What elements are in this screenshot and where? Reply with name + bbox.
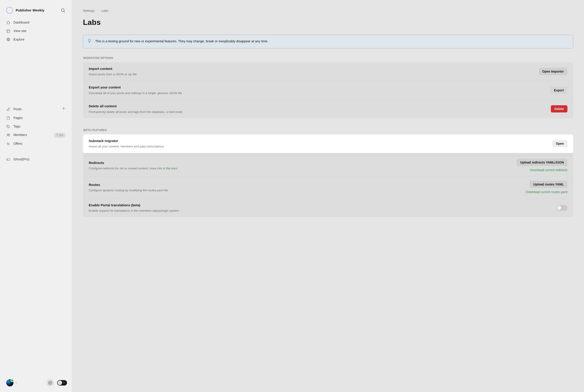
redirects-docs-link[interactable]: the docs: [166, 167, 178, 170]
brand-name: Publisher Weekly: [16, 8, 44, 13]
lightbulb-icon: [87, 38, 92, 44]
members-count-badge: 7,161: [54, 132, 66, 138]
home-icon: [6, 20, 10, 25]
brand[interactable]: Publisher Weekly: [6, 7, 44, 14]
svg-rect-2: [7, 30, 10, 33]
users-icon: [6, 133, 10, 137]
row-import-content: Import content Import posts from a JSON …: [83, 62, 573, 81]
nav-explore[interactable]: Explore: [3, 36, 69, 44]
section-label-beta: BETA FEATURES: [83, 128, 573, 132]
nav-offers[interactable]: Offers: [3, 140, 69, 148]
delete-title: Delete all content: [89, 104, 182, 109]
svg-point-15: [8, 159, 8, 160]
nav-tags-label: Tags: [14, 124, 66, 129]
search-button[interactable]: [59, 7, 67, 14]
redirects-sub: Configure redirects for old or moved con…: [89, 166, 178, 171]
nav-members-label: Members: [14, 132, 51, 138]
svg-point-13: [9, 144, 10, 145]
svg-line-25: [65, 382, 65, 382]
download-redirects-link[interactable]: Download current redirects: [530, 168, 567, 172]
svg-line-21: [65, 383, 65, 383]
nav-extra: Ghost(Pro): [0, 154, 72, 165]
edit-icon: [6, 107, 10, 111]
avatar: [6, 379, 14, 386]
row-delete-content: Delete all content Permanently delete al…: [83, 100, 573, 118]
row-substack-migrator: Substack migrator Import all your conten…: [83, 134, 573, 153]
nav-members[interactable]: Members 7,161: [3, 131, 69, 140]
breadcrumb-current: Labs: [101, 8, 108, 14]
nav-pages-label: Pages: [14, 116, 66, 120]
gear-icon: [48, 381, 52, 385]
svg-point-10: [9, 134, 10, 135]
settings-button[interactable]: [46, 379, 54, 386]
svg-point-0: [62, 9, 64, 12]
migration-list: Import content Import posts from a JSON …: [83, 62, 573, 118]
upload-redirects-button[interactable]: Upload redirects YAML/JSON: [516, 159, 567, 166]
open-substack-button[interactable]: Open: [552, 140, 567, 147]
svg-line-20: [63, 382, 63, 382]
portal-title: Enable Portal translations (beta): [89, 203, 179, 208]
nav-dashboard[interactable]: Dashboard: [3, 18, 69, 27]
chevron-down-icon: [15, 382, 18, 384]
nav-posts-label: Posts: [14, 107, 59, 112]
upload-routes-button[interactable]: Upload routes YAML: [530, 181, 567, 188]
page-icon: [6, 116, 10, 120]
nav-offers-label: Offers: [14, 141, 66, 146]
portal-sub: Enable support for translations in the m…: [89, 208, 179, 213]
substack-title: Substack migrator: [89, 138, 164, 144]
row-export-content: Export your content Download all of your…: [83, 81, 573, 100]
row-portal-translations: Enable Portal translations (beta) Enable…: [83, 199, 573, 217]
logo-icon: [6, 7, 13, 14]
portal-toggle[interactable]: [556, 205, 567, 211]
theme-toggle[interactable]: [57, 380, 67, 386]
routes-sub: Configure dynamic routing by modifying t…: [89, 188, 168, 193]
nav-primary: Dashboard View site Explore: [0, 17, 72, 45]
export-title: Export your content: [89, 85, 182, 90]
layout-icon: [6, 29, 10, 33]
svg-point-16: [50, 382, 51, 384]
delete-button[interactable]: Delete: [551, 105, 567, 112]
section-beta: BETA FEATURES Substack migrator Import a…: [83, 128, 573, 217]
search-icon: [61, 8, 66, 13]
svg-line-24: [63, 383, 63, 383]
nav-tags[interactable]: Tags: [3, 122, 69, 131]
nav-posts[interactable]: Posts: [3, 104, 69, 114]
breadcrumb: Settings Labs: [83, 8, 573, 14]
nav-content: Posts Pages Tags Members 7,161 Offers: [0, 103, 72, 150]
section-migration: MIGRATION OPTIONS Import content Import …: [83, 56, 573, 118]
export-button[interactable]: Export: [550, 87, 567, 94]
chevron-right-icon: [97, 9, 99, 13]
substack-sub: Import all your content, members and pai…: [89, 144, 164, 149]
new-post-button[interactable]: [62, 106, 66, 112]
breadcrumb-root[interactable]: Settings: [83, 8, 95, 14]
moon-icon: [59, 382, 61, 384]
redirects-sub-prefix: Configure redirects for old or moved con…: [89, 167, 166, 170]
card-icon: [6, 158, 10, 162]
chevron-right-icon: [1, 107, 3, 112]
download-routes-link[interactable]: Download current routes.yaml: [526, 190, 567, 194]
svg-point-12: [7, 143, 8, 143]
tag-icon: [6, 124, 10, 128]
sidebar-header: Publisher Weekly: [0, 0, 72, 17]
nav-explore-label: Explore: [14, 37, 66, 42]
row-redirects: Redirects Configure redirects for old or…: [83, 155, 573, 177]
import-title: Import content: [89, 66, 137, 72]
routes-title: Routes: [89, 182, 168, 188]
nav-view-site-label: View site: [14, 29, 66, 34]
globe-icon: [6, 38, 10, 42]
info-banner: This is a testing ground for new or expe…: [83, 35, 573, 48]
nav-dashboard-label: Dashboard: [14, 20, 66, 25]
percent-icon: [6, 142, 10, 146]
nav-view-site[interactable]: View site: [3, 27, 69, 36]
svg-line-1: [64, 11, 65, 12]
user-menu[interactable]: [6, 379, 18, 386]
nav-pages[interactable]: Pages: [3, 114, 69, 122]
nav-ghostpro[interactable]: Ghost(Pro): [3, 155, 69, 164]
svg-point-9: [7, 134, 8, 135]
svg-point-8: [8, 126, 8, 126]
theme-toggle-knob: [58, 380, 62, 385]
sidebar-footer: [0, 375, 72, 392]
open-importer-button[interactable]: Open Importer: [539, 68, 567, 75]
row-routes: Routes Configure dynamic routing by modi…: [83, 177, 573, 199]
svg-line-11: [8, 143, 10, 145]
